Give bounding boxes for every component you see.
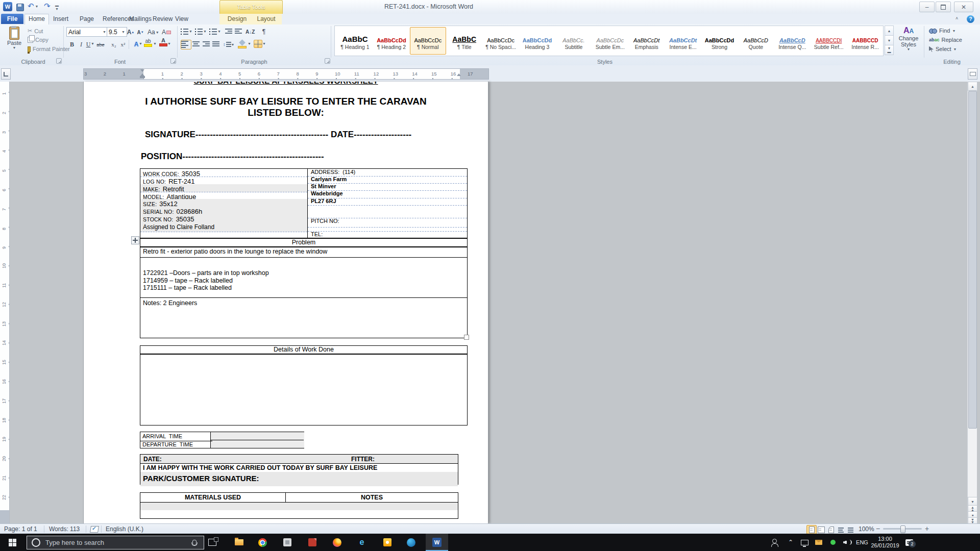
style-chip-emphasis[interactable]: AaBbCcDtEmphasis	[628, 27, 665, 55]
spellcheck-icon[interactable]: ✓	[90, 526, 99, 533]
vruler[interactable]: 12345678910111213141516171819202122	[0, 82, 10, 523]
grow-font-button[interactable]: A▲	[126, 27, 135, 37]
numbering-button[interactable]	[195, 28, 203, 35]
multilevel-list-dropdown[interactable]: ▼	[217, 30, 221, 33]
find-button[interactable]: Find▼	[929, 28, 955, 34]
style-chip-quote[interactable]: AaBbCcDQuote	[738, 27, 774, 55]
draft-view-button[interactable]	[845, 525, 855, 534]
zoom-level[interactable]: 100%	[859, 525, 874, 533]
style-chip-subtle-ref[interactable]: AABBCCDISubtle Ref...	[811, 27, 847, 55]
taskbar-app-task-view[interactable]	[201, 534, 224, 551]
taskbar-app-file-explorer[interactable]	[228, 534, 250, 551]
volume-icon[interactable]	[840, 534, 854, 551]
left-indent-marker[interactable]	[140, 76, 145, 78]
mic-icon[interactable]	[192, 540, 197, 545]
style-chip-heading-1[interactable]: AaBbC¶ Heading 1	[337, 27, 373, 55]
increase-indent-button[interactable]	[235, 28, 242, 35]
taskbar-app-app-grey[interactable]	[276, 534, 299, 551]
hruler[interactable]: 3211234567891011121314151617	[83, 68, 489, 80]
info-row-serial-no[interactable]: SERIAL NO:028686h	[140, 207, 307, 215]
web-layout-view-button[interactable]	[826, 525, 836, 534]
shrink-font-button[interactable]: A▼	[136, 27, 145, 37]
font-color-button[interactable]: A	[159, 38, 167, 46]
taskbar-app-app-yellow[interactable]	[376, 534, 399, 551]
taskbar-app-app-blue[interactable]	[400, 534, 422, 551]
style-chip-intense-q[interactable]: AaBbCcDIntense Q...	[774, 27, 811, 55]
paragraph-dialog-launcher[interactable]	[325, 58, 330, 64]
style-chip-no-spaci[interactable]: AaBbCcDc¶ No Spaci...	[483, 27, 519, 55]
replace-button[interactable]: abacReplace	[929, 37, 962, 43]
font-size-select[interactable]: 9.5▼	[107, 27, 127, 37]
info-row-stock-no[interactable]: STOCK NO:35035Assigned to Claire Folland	[140, 214, 307, 232]
style-chip-intense-r[interactable]: AABBCCDIntense R...	[847, 27, 884, 55]
style-chip-normal[interactable]: AaBbCcDc¶ Normal	[410, 27, 446, 55]
tab-references[interactable]: References	[103, 14, 127, 24]
zoom-slider-thumb[interactable]	[900, 525, 905, 533]
sort-button[interactable]: A↓Z	[245, 27, 255, 37]
first-line-indent-marker[interactable]	[140, 69, 144, 72]
borders-button[interactable]	[254, 40, 262, 48]
taskbar-app-edge[interactable]: e	[351, 534, 373, 551]
print-layout-view-button[interactable]	[806, 525, 817, 534]
mail-icon[interactable]	[812, 534, 826, 551]
page-indicator[interactable]: Page: 1 of 1	[4, 525, 37, 533]
right-indent-marker[interactable]	[457, 73, 461, 76]
gallery-down-button[interactable]: ▼	[885, 35, 894, 45]
status-dot-icon[interactable]	[826, 534, 840, 551]
tab-mailings[interactable]: Mailings	[129, 14, 151, 24]
notification-icon[interactable]: 2	[901, 534, 917, 551]
numbering-dropdown[interactable]: ▼	[203, 30, 207, 33]
tab-view[interactable]: View	[174, 14, 190, 24]
text-effects-dropdown[interactable]: ▼	[139, 42, 142, 45]
clear-formatting-button[interactable]: A	[161, 27, 172, 37]
word-count[interactable]: Words: 113	[49, 525, 80, 533]
zoom-in-button[interactable]: +	[925, 524, 929, 533]
tab-insert[interactable]: Insert	[51, 14, 71, 24]
full-screen-reading-view-button[interactable]	[816, 525, 826, 534]
style-chip-subtitle[interactable]: AaBbCc.Subtitle	[555, 27, 592, 55]
highlight-dropdown[interactable]: ▼	[153, 42, 157, 45]
gallery-up-button[interactable]: ▲	[885, 26, 894, 36]
align-right-button[interactable]	[202, 41, 210, 47]
view-ruler-button[interactable]	[968, 68, 977, 80]
subscript-button[interactable]: x₂	[109, 39, 118, 49]
clock[interactable]: 13:00 26/01/2019	[870, 534, 900, 551]
line-spacing-button[interactable]: ↕▼	[223, 39, 235, 49]
search-input[interactable]: Type here to search	[27, 536, 204, 549]
font-dialog-launcher[interactable]	[170, 58, 176, 64]
language-indicator[interactable]: English (U.K.)	[106, 525, 143, 533]
zoom-out-button[interactable]: −	[876, 524, 880, 533]
help-icon[interactable]: ?	[967, 15, 974, 23]
align-center-button[interactable]	[192, 41, 200, 47]
vertical-scrollbar[interactable]: ▲ ▼ ▲▲ ● ▼▼	[967, 82, 977, 523]
info-row-size[interactable]: SIZE:35x12	[140, 199, 307, 207]
tab-design[interactable]: Design	[223, 14, 251, 24]
taskbar-app-app-red[interactable]	[301, 534, 324, 551]
borders-dropdown[interactable]: ▼	[262, 42, 266, 45]
tab-home[interactable]: Home	[24, 14, 49, 24]
highlight-button[interactable]: ab	[144, 39, 152, 47]
tab-selector[interactable]	[1, 68, 11, 80]
decrease-indent-button[interactable]	[225, 28, 232, 35]
network-icon[interactable]	[797, 534, 812, 551]
font-color-dropdown[interactable]: ▼	[167, 42, 171, 45]
close-button[interactable]: ✕	[954, 2, 973, 12]
multilevel-list-button[interactable]	[209, 28, 217, 35]
outline-view-button[interactable]	[836, 525, 846, 534]
cut-button[interactable]: ✂Cut	[28, 28, 43, 34]
tab-layout[interactable]: Layout	[254, 14, 279, 24]
info-row-log-no[interactable]: LOG NO:RET-241	[140, 177, 307, 185]
style-chip-intense-e[interactable]: AaBbCcDtIntense E...	[665, 27, 701, 55]
shading-dropdown[interactable]: ▼	[248, 42, 251, 45]
font-family-select[interactable]: Arial▼	[66, 27, 108, 37]
scroll-up-button[interactable]: ▲	[968, 82, 977, 91]
show-marks-button[interactable]: ¶	[259, 27, 268, 37]
taskbar-app-firefox[interactable]	[326, 534, 348, 551]
style-chip-subtle-em[interactable]: AaBbCcDcSubtle Em...	[592, 27, 628, 55]
tray-expand-icon[interactable]: ⌃	[784, 534, 797, 551]
taskbar-app-chrome[interactable]	[251, 534, 274, 551]
clipboard-dialog-launcher[interactable]	[56, 58, 62, 64]
select-button[interactable]: Select▼	[929, 46, 957, 52]
details-body-cell[interactable]	[140, 354, 468, 425]
info-row-model[interactable]: MODEL:Atlantique	[140, 192, 307, 199]
